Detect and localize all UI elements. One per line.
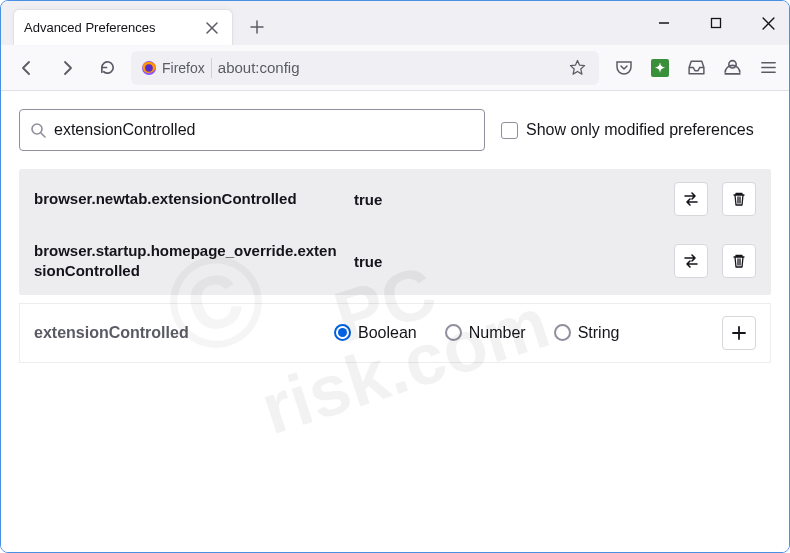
- svg-point-2: [145, 64, 153, 72]
- delete-button[interactable]: [722, 244, 756, 278]
- radio-label: Number: [469, 324, 526, 342]
- preference-list: browser.newtab.extensionControlled true …: [19, 169, 771, 295]
- search-row: Show only modified preferences: [19, 109, 771, 151]
- modified-only-checkbox[interactable]: Show only modified preferences: [501, 121, 754, 139]
- delete-button[interactable]: [722, 182, 756, 216]
- browser-window: Advanced Preferences Firefox about:confi…: [0, 0, 790, 553]
- bookmark-star-icon[interactable]: [565, 55, 590, 80]
- tab-title: Advanced Preferences: [24, 20, 202, 35]
- menu-button[interactable]: [757, 57, 779, 79]
- maximize-button[interactable]: [701, 9, 731, 37]
- search-box[interactable]: [19, 109, 485, 151]
- svg-point-3: [728, 61, 735, 68]
- preference-row[interactable]: browser.startup.homepage_override.extens…: [20, 229, 770, 294]
- preference-value: true: [354, 191, 664, 208]
- radio-boolean[interactable]: Boolean: [334, 324, 417, 342]
- preference-actions: [674, 182, 756, 216]
- extension-icon[interactable]: ✦: [649, 57, 671, 79]
- radio-icon: [445, 324, 462, 341]
- add-preference-row: extensionControlled Boolean Number Strin…: [19, 303, 771, 363]
- type-radio-group: Boolean Number String: [334, 324, 712, 342]
- add-preference-name: extensionControlled: [34, 324, 324, 342]
- preference-value: true: [354, 253, 664, 270]
- titlebar: Advanced Preferences: [1, 1, 789, 45]
- minimize-button[interactable]: [649, 9, 679, 37]
- radio-label: String: [578, 324, 620, 342]
- window-controls: [649, 9, 783, 37]
- identity-label: Firefox: [162, 60, 205, 76]
- forward-button[interactable]: [51, 52, 83, 84]
- address-bar[interactable]: Firefox about:config: [131, 51, 599, 85]
- radio-string[interactable]: String: [554, 324, 620, 342]
- url-text: about:config: [218, 59, 559, 76]
- toolbar-right: ✦: [607, 57, 779, 79]
- close-tab-button[interactable]: [202, 18, 222, 38]
- new-tab-button[interactable]: [241, 11, 273, 43]
- add-button[interactable]: [722, 316, 756, 350]
- svg-rect-0: [712, 19, 721, 28]
- preference-name: browser.newtab.extensionControlled: [34, 189, 344, 209]
- toggle-button[interactable]: [674, 244, 708, 278]
- firefox-icon: [140, 59, 158, 77]
- pocket-icon[interactable]: [613, 57, 635, 79]
- page-content: Show only modified preferences browser.n…: [1, 91, 789, 552]
- reload-button[interactable]: [91, 52, 123, 84]
- search-input[interactable]: [54, 121, 474, 139]
- close-window-button[interactable]: [753, 9, 783, 37]
- toolbar: Firefox about:config ✦: [1, 45, 789, 91]
- radio-number[interactable]: Number: [445, 324, 526, 342]
- account-icon[interactable]: [721, 57, 743, 79]
- toggle-button[interactable]: [674, 182, 708, 216]
- preference-name: browser.startup.homepage_override.extens…: [34, 241, 344, 282]
- radio-icon: [334, 324, 351, 341]
- radio-icon: [554, 324, 571, 341]
- preference-actions: [674, 244, 756, 278]
- separator: [211, 58, 212, 78]
- firefox-identity: Firefox: [140, 59, 205, 77]
- search-icon: [30, 122, 46, 138]
- back-button[interactable]: [11, 52, 43, 84]
- radio-label: Boolean: [358, 324, 417, 342]
- inbox-icon[interactable]: [685, 57, 707, 79]
- browser-tab[interactable]: Advanced Preferences: [13, 9, 233, 45]
- checkbox-icon: [501, 122, 518, 139]
- modified-only-label: Show only modified preferences: [526, 121, 754, 139]
- preference-row[interactable]: browser.newtab.extensionControlled true: [20, 170, 770, 229]
